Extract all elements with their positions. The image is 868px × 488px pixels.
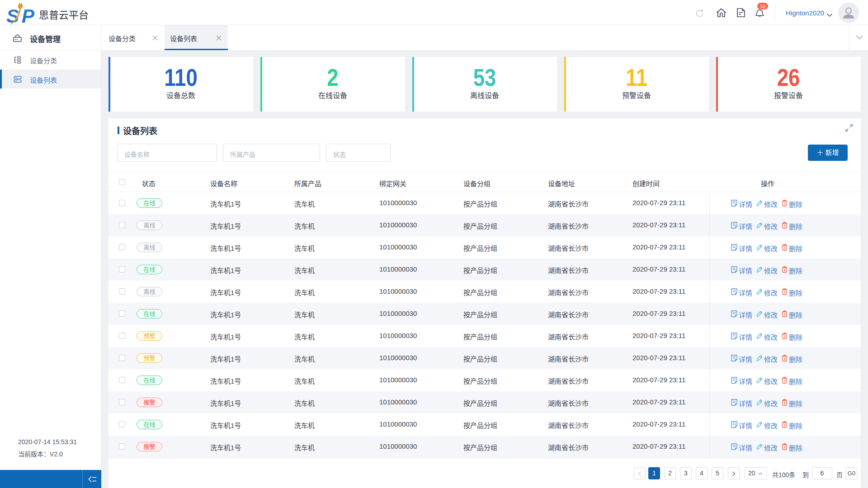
svg-text:S: S — [6, 5, 19, 24]
svg-text:P: P — [22, 5, 35, 24]
